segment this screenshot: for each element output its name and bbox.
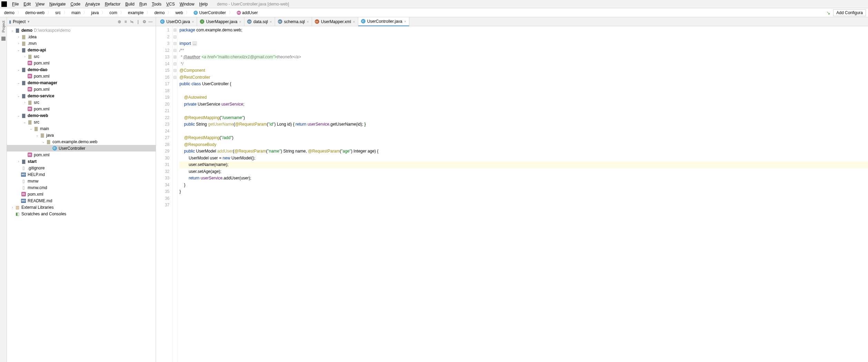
menu-vcs[interactable]: VCS: [164, 1, 177, 7]
chevron-right-icon[interactable]: ›: [23, 55, 27, 58]
line-number[interactable]: 36: [156, 195, 169, 202]
chevron-right-icon[interactable]: ›: [23, 101, 27, 104]
code-line[interactable]: }: [179, 182, 868, 189]
menu-navigate[interactable]: Navigate: [47, 1, 68, 7]
code-line[interactable]: @RestController: [179, 74, 868, 81]
code-line[interactable]: public class UserController {: [179, 81, 868, 88]
project-view-dropdown-icon[interactable]: ▼: [27, 20, 30, 23]
line-number[interactable]: 17: [156, 81, 169, 88]
code-line[interactable]: [179, 128, 868, 135]
tree-node--idea[interactable]: ›▇.idea: [7, 33, 156, 40]
hide-icon[interactable]: —: [147, 19, 154, 25]
line-number[interactable]: 32: [156, 168, 169, 175]
tree-node-java[interactable]: ⌄▇java: [7, 132, 156, 138]
line-number-gutter[interactable]: 1231213141516171819202122232427282930313…: [156, 26, 173, 362]
tree-node-pom-xml[interactable]: mpom.xml: [7, 191, 156, 197]
line-number[interactable]: 2: [156, 34, 169, 41]
line-number[interactable]: 35: [156, 188, 169, 195]
tree-node-pom-xml[interactable]: mpom.xml: [7, 86, 156, 92]
tree-node-mvnw[interactable]: ▯mvnw: [7, 178, 156, 184]
code-line[interactable]: */: [179, 61, 868, 68]
menu-build[interactable]: Build: [123, 1, 137, 7]
code-line[interactable]: public String getUserName(@RequestParam(…: [179, 121, 868, 128]
line-number[interactable]: 18: [156, 88, 169, 95]
tab-userdo-java[interactable]: CUserDO.java×: [157, 17, 197, 26]
tree-node-src[interactable]: ›▇src: [7, 53, 156, 60]
breadcrumb[interactable]: demodemo-websrcmainjavacomexampledemoweb…: [2, 9, 826, 16]
chevron-right-icon[interactable]: ›: [17, 35, 21, 39]
line-number[interactable]: 27: [156, 135, 169, 141]
settings-gear-icon[interactable]: ⚙: [141, 19, 147, 25]
crumb-demo-web[interactable]: demo-web: [23, 9, 53, 16]
menu-refactor[interactable]: Refactor: [103, 1, 123, 7]
tree-node-demo-dao[interactable]: ⌄▇demo-dao: [7, 66, 156, 73]
code-line[interactable]: }: [179, 188, 868, 195]
code-editor[interactable]: package com.example.demo.web; import ...…: [177, 26, 868, 362]
close-tab-icon[interactable]: ×: [404, 19, 406, 23]
project-tree[interactable]: ⌄▇demoD:\workaspce\demo›▇.idea›▇.mvn⌄▇de…: [7, 26, 156, 362]
fold-collapse-icon[interactable]: ⊟: [173, 74, 177, 81]
project-tool-tab[interactable]: Project: [1, 19, 6, 35]
fold-collapse-icon[interactable]: ⊟: [173, 67, 177, 74]
menu-tools[interactable]: Tools: [149, 1, 164, 7]
fold-collapse-icon[interactable]: ⊟: [173, 47, 177, 54]
code-line[interactable]: [179, 108, 868, 115]
code-line[interactable]: [179, 195, 868, 202]
tree-node-demo-manager[interactable]: ⌄▇demo-manager: [7, 79, 156, 86]
menu-edit[interactable]: Edit: [21, 1, 33, 7]
line-number[interactable]: 19: [156, 94, 169, 101]
tree-node-pom-xml[interactable]: mpom.xml: [7, 60, 156, 66]
line-number[interactable]: 29: [156, 148, 169, 155]
chevron-down-icon[interactable]: ⌄: [35, 134, 39, 137]
line-number[interactable]: 14: [156, 61, 169, 68]
tree-node-src[interactable]: ›▇src: [7, 99, 156, 106]
line-number[interactable]: 3: [156, 40, 169, 47]
menu-run[interactable]: Run: [137, 1, 149, 7]
line-number[interactable]: 16: [156, 74, 169, 81]
crumb-usercontroller[interactable]: CUserController: [192, 9, 234, 16]
chevron-down-icon[interactable]: ⌄: [10, 29, 14, 32]
line-number[interactable]: 15: [156, 67, 169, 74]
chevron-right-icon[interactable]: ›: [17, 160, 21, 163]
crumb-demo[interactable]: demo: [2, 9, 23, 16]
tree-node-main[interactable]: ⌄▇main: [7, 125, 156, 132]
add-configuration-button[interactable]: Add Configura: [833, 9, 866, 16]
code-line[interactable]: [179, 88, 868, 95]
tree-node-readme-md[interactable]: MDREADME.md: [7, 197, 156, 204]
chevron-down-icon[interactable]: ⌄: [23, 120, 27, 124]
chevron-down-icon[interactable]: ⌄: [17, 114, 21, 117]
fold-collapse-icon[interactable]: ⊟: [173, 40, 177, 47]
line-number[interactable]: 21: [156, 108, 169, 115]
line-number[interactable]: 37: [156, 202, 169, 209]
close-tab-icon[interactable]: ×: [353, 20, 355, 24]
tree-node-demo-service[interactable]: ⌄▇demo-service: [7, 92, 156, 99]
chevron-down-icon[interactable]: ⌄: [17, 81, 21, 85]
line-number[interactable]: 34: [156, 182, 169, 189]
tree-node-pom-xml[interactable]: mpom.xml: [7, 73, 156, 79]
close-tab-icon[interactable]: ×: [306, 20, 309, 24]
expand-all-icon[interactable]: ≡: [123, 19, 129, 25]
fold-gutter[interactable]: ⊞⊟⊟⊟⊞⊟⊟⊟: [173, 26, 177, 362]
line-number[interactable]: 12: [156, 47, 169, 54]
code-line[interactable]: private UserService userService;: [179, 101, 868, 108]
crumb-demo[interactable]: demo: [152, 9, 173, 16]
code-line[interactable]: user.setName(name);: [179, 162, 868, 168]
locate-icon[interactable]: ⊕: [116, 19, 123, 25]
tree-node-pom-xml[interactable]: mpom.xml: [7, 151, 156, 158]
code-line[interactable]: user.setAge(age);: [179, 168, 868, 175]
line-number[interactable]: 13: [156, 54, 169, 61]
code-line[interactable]: @Component: [179, 67, 868, 74]
crumb-main[interactable]: main: [69, 9, 89, 16]
tree-node-external-libraries[interactable]: ›▥External Libraries: [7, 204, 156, 211]
tree-node-demo-web[interactable]: ⌄▇demo-web: [7, 112, 156, 119]
code-line[interactable]: @RequestMapping("/add"): [179, 135, 868, 141]
line-number[interactable]: 1: [156, 27, 169, 34]
menu-file[interactable]: File: [10, 1, 21, 7]
chevron-down-icon[interactable]: ⌄: [17, 48, 21, 52]
fold-collapse-icon[interactable]: ⊟: [173, 61, 177, 68]
crumb-com[interactable]: com: [107, 9, 126, 16]
code-line[interactable]: return userService.addUser(user);: [179, 175, 868, 182]
menu-view[interactable]: View: [33, 1, 47, 7]
code-line[interactable]: * @author <a href="mailto:chenxilzx1@gma…: [179, 54, 868, 61]
fold-expand-icon[interactable]: ⊞: [173, 54, 177, 61]
